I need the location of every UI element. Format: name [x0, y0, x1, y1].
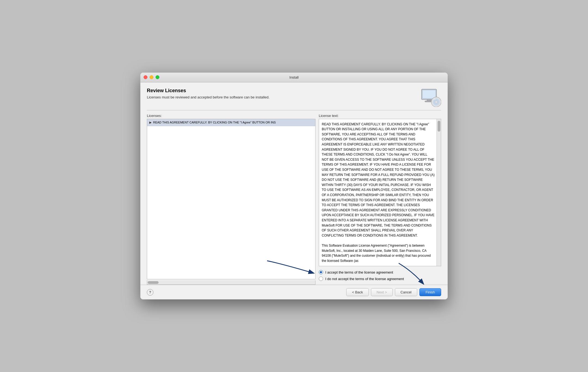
traffic-lights	[144, 75, 159, 79]
next-button[interactable]: Next >	[371, 288, 393, 296]
radio-section: I accept the terms of the license agreem…	[319, 266, 441, 285]
page-title: Review Licenses	[147, 88, 270, 94]
bottom-bar: ? < Back Next > Cancel Finish	[140, 285, 448, 299]
help-button[interactable]: ?	[147, 289, 153, 296]
panels: Licenses: ▶ READ THIS AGREEMENT CAREFULL…	[147, 114, 441, 285]
install-window: Install Review Licenses Licenses must be…	[140, 73, 448, 300]
radio-accept-circle[interactable]	[319, 270, 323, 274]
list-item-text: READ THIS AGREEMENT CAREFULLY. BY CLICKI…	[153, 121, 276, 124]
radio-accept[interactable]: I accept the terms of the license agreem…	[319, 270, 441, 274]
header-text: Review Licenses Licenses must be reviewe…	[147, 88, 270, 99]
help-icon: ?	[149, 290, 151, 294]
divider	[147, 110, 441, 110]
license-list[interactable]: ▶ READ THIS AGREEMENT CAREFULLY. BY CLIC…	[147, 119, 315, 280]
radio-accept-label: I accept the terms of the license agreem…	[325, 270, 393, 274]
main-content: Review Licenses Licenses must be reviewe…	[140, 82, 448, 285]
maximize-button[interactable]	[156, 75, 159, 79]
title-bar: Install	[140, 73, 448, 82]
radio-decline-circle[interactable]	[319, 277, 323, 281]
left-panel: Licenses: ▶ READ THIS AGREEMENT CAREFULL…	[147, 114, 315, 285]
cancel-button[interactable]: Cancel	[395, 288, 417, 296]
license-text-area[interactable]: READ THIS AGREEMENT CAREFULLY. BY CLICKI…	[319, 119, 441, 266]
list-arrow-icon: ▶	[149, 121, 151, 124]
licenses-label: Licenses:	[147, 114, 315, 118]
license-text-label: License text:	[319, 114, 441, 118]
radio-decline[interactable]: I do not accept the terms of the license…	[319, 277, 441, 281]
radio-decline-label: I do not accept the terms of the license…	[325, 277, 404, 281]
horizontal-scrollbar[interactable]	[147, 280, 315, 285]
window-title: Install	[289, 75, 299, 79]
close-button[interactable]	[144, 75, 147, 79]
vertical-scrollbar[interactable]	[437, 119, 441, 266]
page-subtitle: Licenses must be reviewed and accepted b…	[147, 95, 270, 99]
minimize-button[interactable]	[150, 75, 153, 79]
license-text: READ THIS AGREEMENT CAREFULLY. BY CLICKI…	[322, 122, 435, 263]
acceptance-section: I accept the terms of the license agreem…	[319, 266, 441, 285]
svg-point-8	[436, 101, 437, 103]
svg-rect-1	[422, 90, 436, 98]
list-item[interactable]: ▶ READ THIS AGREEMENT CAREFULLY. BY CLIC…	[147, 119, 315, 126]
scrollbar-thumb[interactable]	[148, 281, 159, 284]
scrollbar-right-thumb[interactable]	[438, 121, 440, 132]
finish-button[interactable]: Finish	[419, 288, 441, 296]
right-panel: License text: READ THIS AGREEMENT CAREFU…	[315, 114, 441, 285]
back-button[interactable]: < Back	[346, 288, 369, 296]
header-row: Review Licenses Licenses must be reviewe…	[147, 88, 441, 107]
installer-icon	[419, 88, 441, 107]
license-text-content: READ THIS AGREEMENT CAREFULLY. BY CLICKI…	[319, 119, 441, 266]
